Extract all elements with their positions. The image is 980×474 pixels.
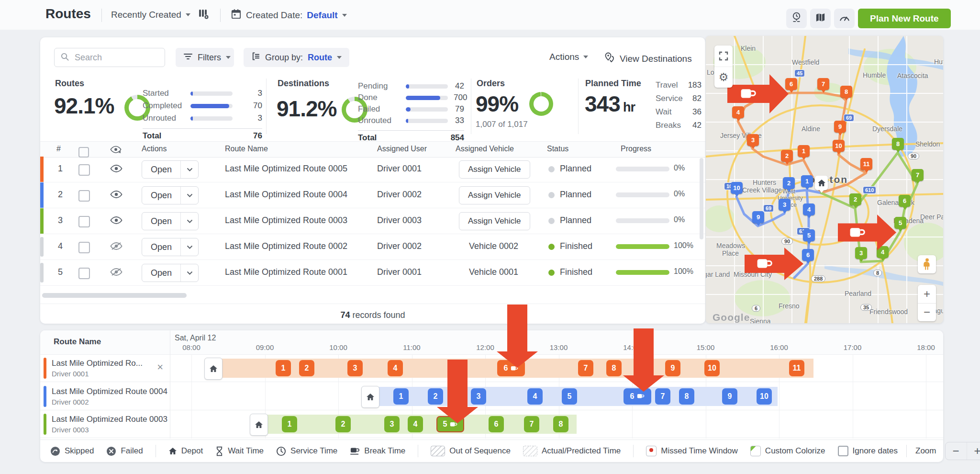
map-stop-marker[interactable]: 2 — [849, 193, 861, 205]
timeline-route-label[interactable]: Last Mile Optimized Ro...Driver 0001× — [40, 354, 170, 382]
open-options-chevron[interactable] — [181, 219, 198, 223]
map-stop-marker[interactable]: 7 — [912, 169, 924, 181]
vertical-scrollbar[interactable] — [700, 158, 703, 239]
timeline-stop[interactable]: 8 — [606, 360, 622, 376]
timeline-stop[interactable]: 1 — [282, 416, 297, 432]
ignore-dates-toggle[interactable]: Ignore dates — [838, 446, 898, 456]
dashboard-button[interactable] — [834, 9, 855, 28]
map-stop-marker[interactable]: 11 — [860, 158, 872, 170]
row-checkbox[interactable] — [78, 242, 90, 253]
column-settings-button[interactable] — [197, 8, 210, 23]
map-settings-gear-button[interactable]: ⚙ — [714, 67, 733, 88]
map-depot-marker[interactable] — [815, 176, 828, 190]
plan-new-route-button[interactable]: Plan New Route — [858, 9, 951, 28]
table-row[interactable]: 2OpenLast Mile Optimized Route 0004Drive… — [40, 182, 705, 208]
timeline-stop[interactable]: 6 — [489, 416, 504, 432]
horizontal-scrollbar[interactable] — [42, 293, 187, 298]
timeline-stop[interactable]: 9 — [722, 388, 737, 405]
map-stop-marker[interactable]: 9 — [752, 211, 764, 223]
map-stop-marker[interactable]: 4 — [732, 106, 744, 118]
timeline-route-label[interactable]: Last Mile Optimized Route 0003Driver 000… — [40, 410, 170, 438]
zoom-out-button[interactable]: − — [946, 442, 967, 460]
table-row[interactable]: 1OpenLast Mile Optimized Route 0005Drive… — [40, 157, 705, 182]
map-view-button[interactable] — [810, 9, 831, 28]
row-checkbox[interactable] — [78, 190, 90, 202]
open-options-chevron[interactable] — [181, 193, 198, 197]
assign-vehicle-button[interactable]: Assign Vehicle — [459, 212, 530, 230]
map-stop-marker[interactable]: 9 — [834, 121, 846, 133]
map-panel[interactable]: KleinLouettaWestfieldHumbleAtascocitaHuf… — [706, 36, 943, 323]
map-stop-marker[interactable]: 1 — [798, 145, 810, 157]
eye-icon[interactable] — [110, 164, 122, 174]
timeline-stop[interactable]: 3 — [347, 360, 363, 376]
visibility-column-icon[interactable] — [110, 146, 122, 156]
timeline-stop[interactable]: 11 — [789, 360, 804, 376]
actions-dropdown[interactable]: Actions — [549, 52, 588, 62]
search-input[interactable] — [74, 52, 147, 63]
timeline-stop[interactable]: 3 — [471, 388, 486, 405]
timeline-stop[interactable]: 7 — [578, 360, 593, 376]
depot-marker[interactable] — [204, 358, 223, 380]
open-route-button[interactable]: Open — [142, 264, 199, 282]
eye-icon[interactable] — [110, 190, 122, 200]
timeline-stop[interactable]: 9 — [665, 360, 680, 376]
timeline-stop[interactable]: 1 — [393, 388, 409, 405]
open-route-button[interactable]: Open — [142, 186, 199, 204]
map-stop-marker[interactable]: 10 — [731, 182, 743, 194]
sort-dropdown[interactable]: Recently Created — [111, 10, 190, 20]
timeline-stop[interactable]: 5 — [562, 388, 577, 405]
group-by-dropdown[interactable]: Group by: Route — [244, 48, 349, 67]
timeline-stop[interactable]: 10 — [757, 388, 772, 405]
map-stop-marker[interactable]: 6 — [785, 78, 797, 90]
assign-vehicle-button[interactable]: Assign Vehicle — [459, 186, 530, 204]
map-stop-marker[interactable]: 3 — [747, 134, 759, 146]
timeline-stop[interactable]: 2 — [299, 360, 314, 376]
row-checkbox[interactable] — [78, 164, 90, 176]
open-route-button[interactable]: Open — [142, 238, 199, 256]
depot-marker[interactable] — [250, 414, 268, 436]
view-destinations-button[interactable]: View Destinations — [604, 52, 692, 66]
zoom-in-button[interactable]: + — [967, 442, 980, 460]
timeline-stop[interactable]: 4 — [388, 360, 403, 376]
timeline-stop[interactable]: 2 — [428, 388, 443, 405]
map-stop-marker[interactable]: 6 — [899, 195, 911, 207]
route-history-button[interactable] — [786, 9, 807, 28]
eye-off-icon[interactable] — [110, 268, 122, 277]
timeline-stop[interactable]: 10 — [704, 360, 720, 376]
map-stop-marker[interactable]: 7 — [817, 78, 829, 90]
row-checkbox[interactable] — [78, 216, 90, 227]
open-options-chevron[interactable] — [181, 168, 198, 171]
map-stop-marker[interactable]: 5 — [894, 217, 906, 229]
timeline-stop[interactable]: 2 — [335, 416, 351, 432]
created-date-dropdown[interactable]: Created Date: Default — [231, 9, 347, 22]
open-options-chevron[interactable] — [181, 271, 198, 275]
timeline-stop[interactable]: 4 — [527, 388, 543, 405]
map-stop-marker[interactable]: 4 — [803, 203, 815, 215]
map-stop-marker[interactable]: 10 — [833, 140, 845, 152]
timeline-stop[interactable]: 8 — [679, 388, 694, 405]
map-zoom-in-button[interactable]: + — [918, 285, 936, 304]
timeline-stop[interactable]: 4 — [408, 416, 423, 432]
assign-vehicle-button[interactable]: Assign Vehicle — [459, 160, 530, 179]
eye-icon[interactable] — [110, 216, 122, 226]
timeline-stop[interactable]: 7 — [524, 416, 539, 432]
depot-marker[interactable] — [361, 386, 379, 408]
table-row[interactable]: 3OpenLast Mile Optimized Route 0003Drive… — [40, 208, 705, 234]
timeline-stop[interactable]: 7 — [655, 388, 670, 405]
map-zoom-out-button[interactable]: − — [918, 304, 936, 322]
row-checkbox[interactable] — [78, 268, 90, 279]
map-stop-marker[interactable]: 2 — [783, 177, 795, 189]
pegman-button[interactable] — [918, 255, 936, 273]
open-route-button[interactable]: Open — [142, 160, 199, 179]
ignore-dates-checkbox[interactable] — [838, 446, 848, 456]
map-stop-marker[interactable]: 6 — [802, 249, 814, 261]
map-stop-marker[interactable]: 3 — [779, 199, 791, 211]
close-icon[interactable]: × — [157, 362, 163, 372]
map-stop-marker[interactable]: 2 — [781, 150, 793, 162]
map-stop-marker[interactable]: 5 — [803, 229, 815, 241]
map-stop-marker[interactable]: 3 — [855, 247, 867, 259]
map-stop-marker[interactable]: 1 — [801, 175, 813, 187]
eye-off-icon[interactable] — [110, 242, 122, 251]
open-route-button[interactable]: Open — [142, 212, 199, 230]
table-row[interactable]: 5OpenLast Mile Optimized Route 0001Drive… — [40, 260, 705, 286]
